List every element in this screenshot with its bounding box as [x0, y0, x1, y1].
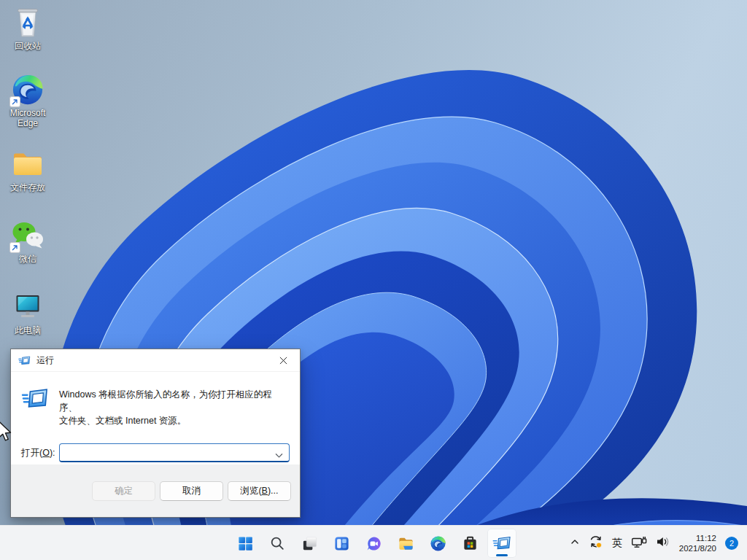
chevron-up-icon[interactable] [570, 537, 580, 550]
desktop-icon-recycle-bin[interactable]: 回收站 [0, 6, 55, 51]
ethernet-icon[interactable] [631, 535, 647, 552]
edge-icon [430, 535, 446, 552]
close-button[interactable] [271, 351, 295, 370]
recycle-bin-icon [12, 6, 44, 39]
description-line2: 文件夹、文档或 Internet 资源。 [59, 414, 290, 427]
taskbar: 英 11:12 [0, 525, 747, 560]
shortcut-arrow-icon [9, 242, 20, 253]
description-line1: Windows 将根据你所输入的名称，为你打开相应的程序、 [59, 388, 290, 414]
folder-icon [12, 149, 44, 179]
widgets-icon [333, 535, 350, 552]
open-label: 打开(O): [21, 447, 59, 459]
task-view-button[interactable] [295, 529, 324, 558]
clock[interactable]: 11:12 2021/8/20 [679, 533, 716, 553]
run-icon [492, 536, 511, 551]
start-button[interactable] [231, 529, 260, 558]
run-dialog-titlebar[interactable]: 运行 [11, 349, 300, 372]
store-button[interactable] [455, 529, 484, 558]
desktop-icon-label: 回收站 [15, 41, 41, 51]
taskbar-center [231, 526, 516, 560]
search-button[interactable] [263, 529, 292, 558]
desktop: 回收站 Microsoft Edge [0, 0, 747, 560]
widgets-button[interactable] [327, 529, 356, 558]
shortcut-arrow-icon [9, 96, 20, 107]
chat-button[interactable] [359, 529, 388, 558]
system-tray: 英 11:12 [570, 526, 747, 560]
start-icon [237, 535, 254, 552]
active-app-indicator [496, 554, 508, 556]
run-icon [21, 388, 49, 409]
desktop-icon-label: Microsoft Edge [1, 108, 55, 128]
desktop-icon-wechat[interactable]: 微信 [0, 219, 55, 264]
ime-indicator[interactable]: 英 [612, 537, 622, 550]
run-icon [18, 356, 31, 365]
desktop-icon-label: 文件存放 [10, 182, 45, 192]
run-dialog-description: Windows 将根据你所输入的名称，为你打开相应的程序、 文件夹、文档或 In… [59, 388, 290, 427]
run-dialog-title: 运行 [36, 354, 271, 367]
file-explorer-button[interactable] [391, 529, 420, 558]
run-command-input[interactable] [59, 443, 290, 462]
run-taskbar-button[interactable] [487, 529, 516, 558]
monitor-icon [12, 292, 44, 322]
store-icon [462, 535, 479, 552]
desktop-icon-label: 此电脑 [15, 325, 41, 335]
run-dialog-footer: 确定 取消 浏览(B)... [11, 464, 300, 517]
search-icon [269, 535, 285, 551]
speaker-icon[interactable] [656, 536, 670, 551]
chat-icon [365, 535, 382, 552]
clock-date: 2021/8/20 [679, 543, 716, 553]
edge-button[interactable] [423, 529, 452, 558]
ok-button[interactable]: 确定 [92, 481, 155, 501]
desktop-icon-label: 微信 [19, 254, 36, 264]
clock-time: 11:12 [679, 533, 716, 543]
chevron-down-icon[interactable] [275, 451, 283, 461]
update-status-icon[interactable] [589, 534, 603, 552]
run-dialog: 运行 Windows 将根据你所输入的名称，为你打开相应的程序、 文件夹、文档或… [10, 349, 301, 518]
desktop-icon-this-pc[interactable]: 此电脑 [0, 290, 55, 335]
file-explorer-icon [398, 535, 414, 552]
browse-button[interactable]: 浏览(B)... [228, 481, 291, 501]
run-dialog-body: Windows 将根据你所输入的名称，为你打开相应的程序、 文件夹、文档或 In… [11, 372, 300, 464]
notification-badge[interactable]: 2 [725, 537, 738, 550]
close-icon [279, 357, 287, 365]
desktop-icon-microsoft-edge[interactable]: Microsoft Edge [0, 73, 55, 128]
cancel-button[interactable]: 取消 [160, 481, 223, 501]
task-view-icon [301, 535, 318, 552]
desktop-icon-file-storage[interactable]: 文件存放 [0, 147, 55, 192]
